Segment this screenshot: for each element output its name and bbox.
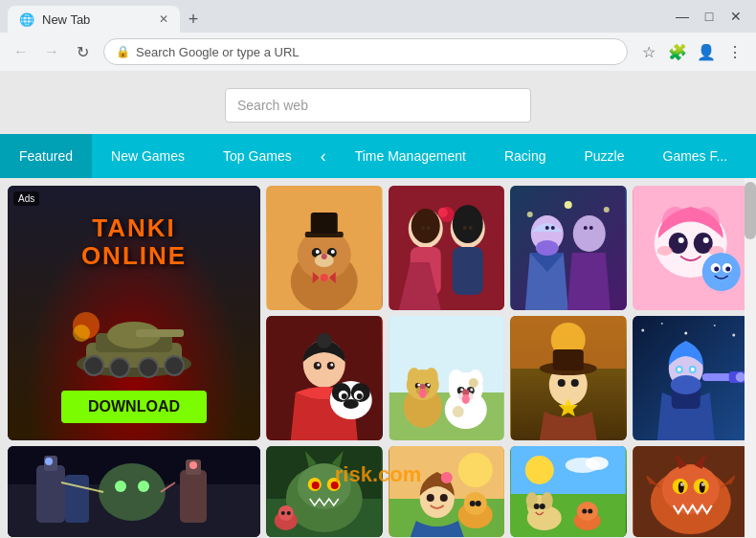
game-thumb-adventure[interactable] bbox=[389, 446, 505, 537]
svg-point-130 bbox=[677, 368, 680, 371]
svg-point-65 bbox=[714, 267, 719, 272]
featured-game-thumb[interactable]: Ads TANKI ONLINE bbox=[8, 186, 260, 440]
svg-point-6 bbox=[110, 358, 129, 377]
svg-point-106 bbox=[452, 406, 463, 417]
menu-button[interactable]: ⋮ bbox=[722, 38, 748, 65]
svg-point-124 bbox=[732, 334, 735, 337]
game-thumb-panda[interactable] bbox=[266, 316, 383, 440]
scrollbar[interactable] bbox=[745, 178, 756, 538]
svg-point-35 bbox=[426, 226, 430, 230]
forward-button[interactable]: → bbox=[38, 38, 65, 65]
game-thumb-farm[interactable] bbox=[510, 446, 627, 537]
svg-point-59 bbox=[702, 237, 708, 243]
svg-point-92 bbox=[417, 384, 420, 387]
cat-racing[interactable]: Racing bbox=[485, 134, 566, 178]
download-button[interactable]: DOWNLOAD bbox=[61, 391, 207, 423]
cat-more[interactable]: Games F... bbox=[644, 134, 747, 178]
cat-prev-arrow[interactable]: ‹ bbox=[311, 134, 336, 178]
svg-point-178 bbox=[475, 501, 480, 506]
game-thumb-orange-cat[interactable] bbox=[266, 186, 383, 310]
minimize-button[interactable]: — bbox=[670, 4, 695, 29]
svg-point-116 bbox=[558, 379, 566, 387]
cat-featured[interactable]: Featured bbox=[0, 134, 92, 178]
tab-close-button[interactable]: ✕ bbox=[159, 12, 168, 26]
svg-point-160 bbox=[278, 505, 294, 521]
game-thumb-scifi[interactable] bbox=[633, 316, 749, 440]
cat-puzzle[interactable]: Puzzle bbox=[565, 134, 643, 178]
svg-rect-140 bbox=[65, 475, 89, 523]
svg-point-127 bbox=[670, 375, 700, 394]
tanki-tank-image bbox=[67, 306, 201, 383]
address-bar[interactable]: 🔒 Search Google or type a URL bbox=[103, 38, 628, 65]
cat-new-games[interactable]: New Games bbox=[92, 134, 204, 178]
omnibar-row: ← → ↻ 🔒 Search Google or type a URL ☆ 🧩 … bbox=[0, 33, 756, 71]
svg-point-167 bbox=[457, 453, 492, 487]
tab-title: New Tab bbox=[42, 12, 90, 27]
svg-point-26 bbox=[321, 274, 328, 281]
svg-point-121 bbox=[660, 323, 662, 325]
ads-badge: Ads bbox=[13, 191, 39, 206]
svg-point-8 bbox=[165, 356, 184, 375]
game-thumb-fantasy[interactable] bbox=[510, 186, 627, 310]
browser-title-bar: 🌐 New Tab ✕ + — □ ✕ bbox=[0, 0, 756, 33]
game-thumb-monsters[interactable] bbox=[266, 446, 383, 537]
svg-point-46 bbox=[604, 207, 610, 213]
search-box[interactable]: Search web bbox=[225, 88, 531, 123]
svg-point-192 bbox=[577, 502, 598, 521]
svg-point-170 bbox=[440, 472, 452, 483]
svg-point-39 bbox=[437, 208, 447, 217]
svg-point-105 bbox=[468, 378, 478, 388]
refresh-button[interactable]: ↻ bbox=[69, 38, 96, 65]
game-thumb-romance[interactable] bbox=[389, 186, 505, 310]
browser-tab[interactable]: 🌐 New Tab ✕ bbox=[8, 6, 180, 33]
svg-point-66 bbox=[725, 267, 730, 272]
svg-point-21 bbox=[331, 250, 335, 254]
scrollbar-thumb[interactable] bbox=[745, 182, 756, 239]
game-thumb-kawaii[interactable] bbox=[633, 186, 749, 310]
svg-point-36 bbox=[462, 226, 466, 230]
game-thumb-shooter[interactable] bbox=[8, 446, 260, 537]
category-nav: Featured New Games Top Games ‹ Time Mana… bbox=[0, 134, 756, 178]
bookmark-button[interactable]: ☆ bbox=[635, 38, 662, 65]
close-button[interactable]: ✕ bbox=[723, 4, 748, 29]
cat-top-games[interactable]: Top Games bbox=[204, 134, 311, 178]
svg-point-123 bbox=[713, 325, 715, 326]
svg-point-78 bbox=[344, 399, 359, 409]
svg-point-42 bbox=[536, 240, 559, 256]
svg-point-81 bbox=[317, 364, 320, 367]
svg-point-33 bbox=[452, 205, 482, 243]
svg-rect-17 bbox=[311, 213, 338, 234]
game-thumb-creature[interactable] bbox=[633, 446, 749, 537]
svg-point-77 bbox=[357, 393, 363, 399]
svg-point-10 bbox=[73, 325, 90, 342]
svg-point-195 bbox=[582, 509, 587, 514]
svg-point-5 bbox=[84, 356, 103, 375]
svg-point-82 bbox=[330, 364, 333, 367]
svg-point-45 bbox=[527, 212, 533, 217]
svg-point-49 bbox=[584, 226, 588, 230]
game-thumb-western[interactable] bbox=[510, 316, 627, 440]
svg-rect-137 bbox=[36, 465, 65, 523]
profile-button[interactable]: 👤 bbox=[693, 38, 720, 65]
page-content: Search web Featured New Games Top Games … bbox=[0, 71, 756, 538]
svg-point-23 bbox=[322, 254, 327, 259]
secure-icon: 🔒 bbox=[116, 45, 130, 58]
svg-rect-115 bbox=[553, 349, 584, 370]
svg-point-181 bbox=[525, 456, 554, 484]
extensions-button[interactable]: 🧩 bbox=[664, 38, 691, 65]
svg-rect-4 bbox=[136, 329, 184, 337]
svg-point-30 bbox=[411, 209, 439, 243]
svg-point-172 bbox=[439, 494, 447, 502]
svg-point-131 bbox=[690, 368, 694, 371]
svg-point-50 bbox=[589, 226, 593, 230]
new-tab-button[interactable]: + bbox=[180, 6, 207, 33]
svg-point-104 bbox=[470, 389, 473, 392]
cat-time-management[interactable]: Time Management bbox=[336, 134, 485, 178]
svg-point-34 bbox=[420, 226, 424, 230]
svg-point-145 bbox=[115, 481, 126, 492]
svg-point-103 bbox=[460, 389, 463, 392]
game-thumb-dogs[interactable] bbox=[389, 316, 505, 440]
maximize-button[interactable]: □ bbox=[697, 4, 722, 29]
svg-point-117 bbox=[571, 379, 579, 387]
back-button[interactable]: ← bbox=[8, 38, 34, 65]
